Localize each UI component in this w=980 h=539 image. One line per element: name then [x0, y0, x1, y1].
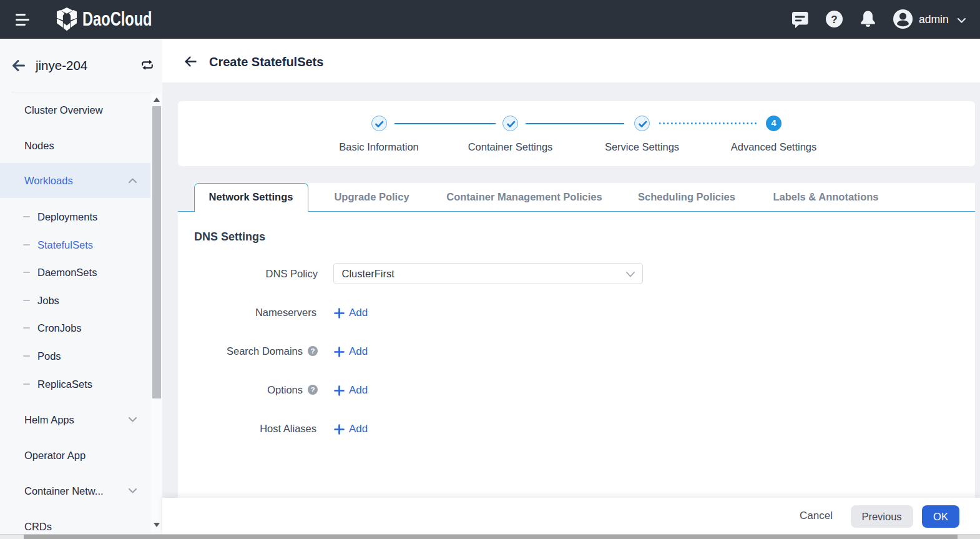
svg-text:?: ?: [831, 14, 837, 26]
